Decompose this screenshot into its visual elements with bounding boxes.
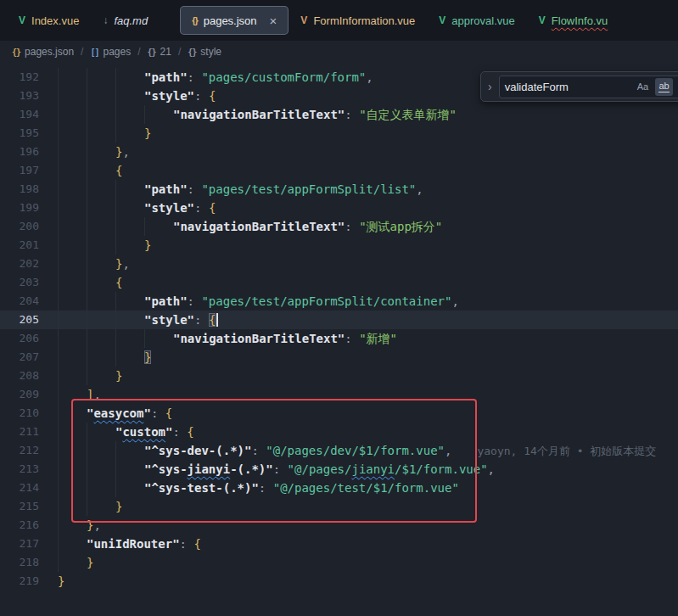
find-input[interactable]: validateForm Aa ab .* bbox=[499, 76, 678, 98]
code-line-219[interactable]: 219} bbox=[0, 572, 678, 591]
line-number[interactable]: 197 bbox=[0, 161, 39, 180]
line-number[interactable]: 216 bbox=[0, 516, 39, 535]
line-number[interactable]: 194 bbox=[0, 105, 39, 124]
vue-file-icon: V bbox=[300, 15, 307, 25]
indent-guide bbox=[58, 516, 87, 535]
indent-guide bbox=[115, 199, 144, 217]
line-number[interactable]: 218 bbox=[0, 553, 39, 572]
whole-word-button[interactable]: ab bbox=[655, 78, 673, 96]
code-token: "测试app拆分" bbox=[359, 220, 442, 233]
code-token: : bbox=[259, 481, 273, 495]
code-line-208[interactable]: 208} bbox=[0, 367, 678, 385]
code-token: } bbox=[144, 238, 151, 252]
indent-guide bbox=[58, 105, 87, 124]
code-line-210[interactable]: 210"easycom": { bbox=[0, 404, 678, 423]
code-line-209[interactable]: 209], bbox=[0, 385, 678, 404]
line-number[interactable]: 196 bbox=[0, 143, 39, 161]
line-number[interactable]: 204 bbox=[0, 292, 39, 311]
code-line-218[interactable]: 218} bbox=[0, 553, 678, 572]
code-line-200[interactable]: 200"navigationBarTitleText": "测试app拆分" bbox=[0, 217, 678, 236]
code-line-213[interactable]: 213"^sys-jianyi-(.*)": "@/pages/jianyi/$… bbox=[0, 460, 678, 479]
vscode-window: { "tabbar": { "tabs": [ {"label":"Index.… bbox=[0, 0, 678, 616]
code-token: -(.*)" bbox=[230, 462, 273, 476]
indent-guide bbox=[87, 143, 115, 161]
code-line-201[interactable]: 201} bbox=[0, 236, 678, 255]
tab-flowinfo-vu[interactable]: VFlowInfo.vu bbox=[527, 6, 620, 35]
line-number[interactable]: 210 bbox=[0, 404, 39, 423]
code-line-207[interactable]: 207} bbox=[0, 348, 678, 367]
code-token: , bbox=[416, 182, 423, 196]
line-number[interactable]: 199 bbox=[0, 199, 39, 217]
breadcrumb-item-pages[interactable]: []pages bbox=[90, 46, 131, 58]
line-number[interactable]: 192 bbox=[0, 68, 39, 87]
code-token: { bbox=[209, 313, 216, 327]
code-line-203[interactable]: 203{ bbox=[0, 273, 678, 292]
find-widget[interactable]: › validateForm Aa ab .* bbox=[480, 71, 678, 102]
code-line-205[interactable]: 205"style": { bbox=[0, 311, 678, 329]
line-content: }, bbox=[58, 255, 678, 273]
code-token: "新增" bbox=[359, 332, 397, 345]
code-line-196[interactable]: 196}, bbox=[0, 143, 678, 161]
line-number[interactable]: 193 bbox=[0, 87, 39, 105]
tab-approval-vue[interactable]: Vapproval.vue bbox=[427, 6, 526, 35]
tab-index-vue[interactable]: VIndex.vue bbox=[7, 6, 91, 35]
line-number[interactable]: 205 bbox=[0, 311, 39, 329]
line-content: } bbox=[58, 497, 678, 516]
line-number[interactable]: 213 bbox=[0, 460, 39, 479]
indent-guide bbox=[115, 217, 144, 236]
line-number[interactable]: 214 bbox=[0, 479, 39, 497]
code-token: } bbox=[58, 574, 64, 588]
breadcrumb-item-21[interactable]: {}21 bbox=[148, 46, 171, 58]
code-token: : bbox=[251, 444, 266, 457]
line-number[interactable]: 200 bbox=[0, 217, 39, 236]
indent-guide bbox=[87, 236, 115, 255]
code-area: 192"path": "pages/customForm/form",193"s… bbox=[0, 68, 678, 591]
line-number[interactable]: 198 bbox=[0, 180, 39, 199]
indent-guide bbox=[58, 423, 87, 441]
match-case-button[interactable]: Aa bbox=[634, 78, 652, 96]
indent-guide bbox=[144, 217, 173, 236]
line-number[interactable]: 202 bbox=[0, 255, 39, 273]
line-number[interactable]: 219 bbox=[0, 572, 39, 591]
indent-guide bbox=[87, 255, 115, 273]
indent-guide bbox=[87, 460, 115, 479]
find-query-text[interactable]: validateForm bbox=[505, 81, 630, 93]
code-line-212[interactable]: 212"^sys-dev-(.*)": "@/pages/dev/$1/form… bbox=[0, 441, 678, 460]
line-number[interactable]: 211 bbox=[0, 423, 39, 441]
tab-faq-md[interactable]: ↓faq.md bbox=[91, 6, 160, 35]
line-number[interactable]: 203 bbox=[0, 273, 39, 292]
code-line-211[interactable]: 211"custom": { bbox=[0, 423, 678, 441]
editor: 192"path": "pages/customForm/form",193"s… bbox=[0, 63, 678, 591]
line-number[interactable]: 217 bbox=[0, 535, 39, 553]
breadcrumb-item-pages-json[interactable]: {}pages.json bbox=[12, 46, 74, 58]
close-icon[interactable]: × bbox=[270, 14, 277, 27]
line-content: { bbox=[58, 161, 678, 180]
code-line-216[interactable]: 216}, bbox=[0, 516, 678, 535]
line-number[interactable]: 195 bbox=[0, 124, 39, 143]
toggle-replace-chevron-icon[interactable]: › bbox=[488, 81, 492, 92]
code-line-206[interactable]: 206"navigationBarTitleText": "新增" bbox=[0, 329, 678, 348]
line-number[interactable]: 207 bbox=[0, 348, 39, 367]
code-line-199[interactable]: 199"style": { bbox=[0, 199, 678, 217]
line-content: "navigationBarTitleText": "自定义表单新增" bbox=[58, 105, 678, 124]
line-number[interactable]: 208 bbox=[0, 367, 39, 385]
code-line-214[interactable]: 214"^sys-test-(.*)": "@/pages/test/$1/fo… bbox=[0, 479, 678, 497]
code-line-198[interactable]: 198"path": "pages/test/appFormSplit/list… bbox=[0, 180, 678, 199]
line-number[interactable]: 212 bbox=[0, 441, 39, 460]
code-line-215[interactable]: 215} bbox=[0, 497, 678, 516]
line-number[interactable]: 215 bbox=[0, 497, 39, 516]
code-line-195[interactable]: 195} bbox=[0, 124, 678, 143]
code-line-197[interactable]: 197{ bbox=[0, 161, 678, 180]
code-line-217[interactable]: 217"uniIdRouter": { bbox=[0, 535, 678, 553]
tab-pages-json[interactable]: {}pages.json× bbox=[180, 6, 289, 35]
line-number[interactable]: 201 bbox=[0, 236, 39, 255]
indent-guide bbox=[115, 68, 144, 87]
symbol-icon: [] bbox=[90, 48, 98, 57]
breadcrumb-item-style[interactable]: {}style bbox=[188, 46, 221, 58]
tab-forminformation-vue[interactable]: VFormInformation.vue bbox=[289, 6, 427, 35]
code-line-194[interactable]: 194"navigationBarTitleText": "自定义表单新增" bbox=[0, 105, 678, 124]
code-line-204[interactable]: 204"path": "pages/test/appFormSplit/cont… bbox=[0, 292, 678, 311]
line-number[interactable]: 209 bbox=[0, 385, 39, 404]
code-line-202[interactable]: 202}, bbox=[0, 255, 678, 273]
line-number[interactable]: 206 bbox=[0, 329, 39, 348]
